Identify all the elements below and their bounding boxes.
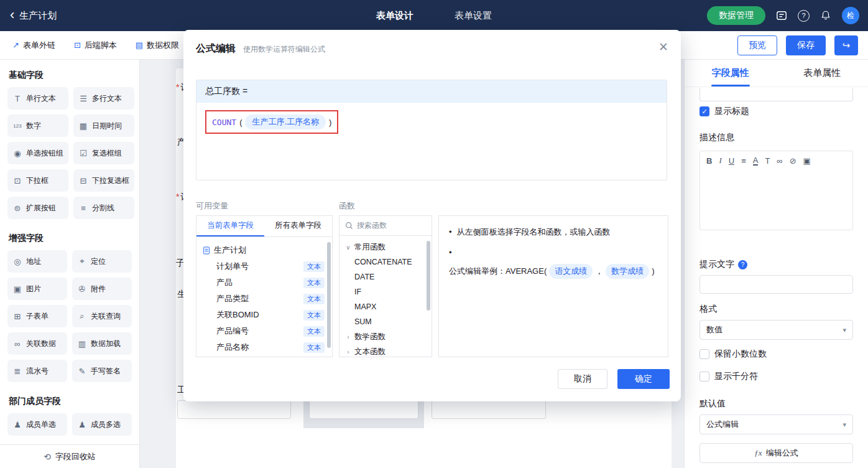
field-attachment[interactable]: ✇附件: [72, 278, 132, 300]
unlink-icon[interactable]: ⊘: [790, 156, 796, 166]
field-extend-button[interactable]: ⊜扩展按钮: [7, 197, 68, 219]
thousand-separator-checkbox[interactable]: 显示千分符: [699, 371, 758, 382]
field-serial-number[interactable]: ≣流水号: [7, 360, 67, 382]
field-subform[interactable]: ⊞子表单: [7, 305, 67, 327]
function-item[interactable]: CONCATENATE: [345, 255, 432, 269]
function-item[interactable]: DATE: [345, 269, 432, 284]
keep-decimal-checkbox[interactable]: 保留小数位数: [699, 349, 767, 360]
function-group[interactable]: ›数学函数: [345, 329, 432, 344]
recycle-icon: ⟲: [44, 452, 51, 462]
tree-root-item[interactable]: 生产计划: [203, 242, 325, 258]
help-icon[interactable]: ?: [738, 260, 747, 269]
avatar[interactable]: 检: [842, 7, 859, 24]
form-external-link-button[interactable]: ↗ 表单外链: [12, 40, 55, 51]
link-icon[interactable]: ∞: [777, 156, 782, 166]
field-divider[interactable]: ≡分割线: [73, 197, 134, 219]
edit-formula-button[interactable]: ƒx 编辑公式: [699, 443, 853, 463]
bold-icon[interactable]: B: [706, 156, 712, 166]
scrollbar[interactable]: [327, 242, 331, 348]
tab-field-properties[interactable]: 字段属性: [685, 60, 777, 87]
save-button[interactable]: 保存: [786, 35, 826, 55]
field-signature[interactable]: ✎手写签名: [72, 360, 132, 382]
field-recycle-bin[interactable]: ⟲ 字段回收站: [0, 444, 139, 468]
formula-input-area[interactable]: COUNT ( 生产工序.工序名称 ): [196, 103, 667, 141]
tab-current-form-fields[interactable]: 当前表单字段: [196, 216, 264, 236]
variable-field-row[interactable]: 计划单号文本: [203, 258, 325, 274]
truncated-input[interactable]: [699, 88, 853, 101]
font-color-icon[interactable]: A: [753, 156, 759, 166]
field-member-multi[interactable]: ♟成员多选: [72, 413, 132, 436]
tab-form-properties[interactable]: 表单属性: [777, 60, 868, 87]
tab-form-settings[interactable]: 表单设置: [455, 10, 492, 22]
image-icon[interactable]: ▣: [803, 156, 811, 166]
modal-header: 公式编辑 使用数学运算符编辑公式: [183, 30, 681, 55]
function-item[interactable]: SUM: [345, 314, 432, 329]
field-dropdown[interactable]: ⊡下拉框: [7, 169, 68, 192]
function-search-input[interactable]: 搜索函数: [339, 216, 432, 236]
app-switch-icon[interactable]: [776, 10, 787, 21]
chevron-down-icon: ▾: [843, 421, 846, 429]
bullet-icon: •: [449, 226, 452, 238]
field-label: 单选按钮组: [26, 148, 63, 159]
field-location[interactable]: ⌖定位: [72, 250, 132, 273]
function-group[interactable]: ›文本函数: [345, 344, 432, 357]
field-data-load[interactable]: ▥数据加载: [72, 332, 132, 355]
function-group-label: 数学函数: [354, 332, 386, 342]
variable-field-row[interactable]: 产品编号文本: [203, 323, 325, 339]
field-related-data[interactable]: ∞关联数据: [7, 332, 67, 355]
italic-icon[interactable]: I: [719, 156, 721, 166]
chevron-down-icon: ∨: [345, 244, 351, 251]
variable-field-row[interactable]: 产品文本: [203, 274, 325, 291]
topbar-actions: 数据管理 ? 检: [707, 6, 859, 25]
datetime-icon: ▦: [78, 121, 88, 131]
field-address[interactable]: ◎地址: [7, 250, 67, 273]
hint-text-input[interactable]: [699, 275, 853, 294]
back-button[interactable]: ‹ 生产计划: [10, 9, 57, 22]
canvas-input[interactable]: [432, 400, 546, 419]
scrollbar[interactable]: [427, 241, 430, 311]
function-item[interactable]: IF: [345, 284, 432, 299]
font-size-icon[interactable]: T: [765, 156, 770, 166]
field-dropdown-multi[interactable]: ⊟下拉复选框: [73, 169, 134, 192]
field-label: 单行文本: [26, 93, 56, 104]
bell-icon[interactable]: [820, 10, 831, 21]
field-token[interactable]: 生产工序.工序名称: [245, 115, 326, 129]
default-value-select[interactable]: 公式编辑 ▾: [699, 414, 853, 434]
field-multi-line-text[interactable]: ☰多行文本: [73, 87, 134, 110]
preview-button[interactable]: 预览: [737, 35, 777, 55]
open-paren: (: [239, 118, 242, 127]
align-icon[interactable]: ≡: [741, 156, 746, 166]
field-image[interactable]: ▣图片: [7, 278, 67, 300]
show-title-checkbox[interactable]: 显示标题: [699, 106, 749, 117]
tab-all-form-fields[interactable]: 所有表单字段: [264, 216, 332, 236]
variable-field-row[interactable]: 产品名称文本: [203, 339, 325, 355]
field-single-line-text[interactable]: T单行文本: [7, 87, 68, 110]
bullet-icon: •: [449, 246, 452, 259]
function-group[interactable]: ∨常用函数: [345, 240, 432, 255]
field-datetime[interactable]: ▦日期时间: [73, 115, 134, 137]
help-icon[interactable]: ?: [798, 10, 810, 22]
underline-icon[interactable]: U: [729, 156, 734, 166]
field-number[interactable]: 123数字: [7, 115, 68, 137]
field-related-query[interactable]: ⌕关联查询: [72, 305, 132, 327]
function-item[interactable]: MAPX: [345, 299, 432, 314]
tab-form-design[interactable]: 表单设计: [376, 10, 413, 22]
canvas-input[interactable]: [177, 400, 291, 419]
hint-text-label: 提示文字 ?: [699, 259, 747, 270]
field-checkbox-group[interactable]: ☑复选框组: [73, 142, 134, 164]
data-permission-button[interactable]: ▤ 数据权限: [136, 40, 179, 51]
backend-script-button[interactable]: ⊡ 后端脚本: [74, 40, 117, 51]
attachment-icon: ✇: [77, 284, 87, 294]
field-member-single[interactable]: ♟成员单选: [7, 413, 67, 436]
close-icon[interactable]: ✕: [658, 40, 668, 54]
confirm-button[interactable]: 确定: [617, 369, 670, 389]
canvas-input[interactable]: [309, 400, 418, 419]
variable-field-row[interactable]: 关联BOMID文本: [203, 307, 325, 323]
data-manage-button[interactable]: 数据管理: [707, 6, 765, 25]
cancel-button[interactable]: 取消: [558, 369, 607, 389]
share-button[interactable]: ↪: [834, 35, 858, 55]
description-editor[interactable]: BIU≡AT∞⊘▣: [699, 151, 853, 230]
variable-field-row[interactable]: 产品类型文本: [203, 291, 325, 307]
field-radio-group[interactable]: ◉单选按钮组: [7, 142, 68, 164]
format-select[interactable]: 数值 ▾: [699, 320, 853, 340]
